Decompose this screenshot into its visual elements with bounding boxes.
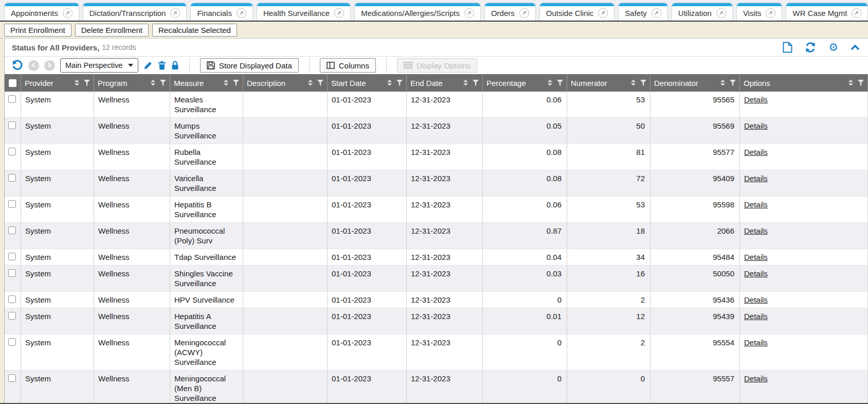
columns-button[interactable]: Columns bbox=[320, 58, 376, 73]
filter-funnel-icon[interactable] bbox=[730, 80, 736, 86]
nav-forward-icon[interactable] bbox=[44, 60, 55, 71]
recalculate-selected-button[interactable]: Recalculate Selected bbox=[152, 24, 237, 37]
details-link[interactable]: Details bbox=[744, 253, 768, 261]
row-checkbox[interactable] bbox=[8, 200, 16, 208]
cell-description bbox=[243, 308, 328, 334]
row-checkbox[interactable] bbox=[8, 226, 16, 234]
delete-enrollment-button[interactable]: Delete Enrollment bbox=[75, 24, 149, 37]
row-checkbox[interactable] bbox=[8, 295, 16, 303]
details-link[interactable]: Details bbox=[744, 95, 768, 104]
header-options[interactable]: Options bbox=[740, 74, 868, 92]
header-measure[interactable]: Measure bbox=[170, 74, 243, 92]
row-checkbox[interactable] bbox=[8, 253, 16, 260]
module-tab[interactable]: Dictation/Transcription bbox=[83, 3, 187, 21]
cell-program: Wellness bbox=[94, 371, 170, 403]
nav-back-icon[interactable] bbox=[28, 60, 39, 71]
print-enrollment-button[interactable]: Print Enrollment bbox=[4, 24, 71, 37]
row-checkbox[interactable] bbox=[8, 374, 16, 382]
perspective-select[interactable]: Main Perspective bbox=[60, 58, 138, 73]
row-checkbox[interactable] bbox=[8, 312, 16, 320]
header-denominator[interactable]: Denominator bbox=[650, 74, 740, 92]
open-in-new-window-icon[interactable] bbox=[519, 8, 529, 18]
sort-icon[interactable] bbox=[308, 80, 313, 86]
open-in-new-window-icon[interactable] bbox=[237, 8, 246, 18]
sort-icon[interactable] bbox=[224, 80, 228, 86]
sort-icon[interactable] bbox=[75, 80, 79, 86]
details-link[interactable]: Details bbox=[744, 338, 768, 347]
new-document-icon[interactable] bbox=[783, 42, 792, 53]
open-in-new-window-icon[interactable] bbox=[334, 8, 344, 18]
module-tab[interactable]: Medications/Allergies/Scripts bbox=[354, 3, 481, 21]
store-displayed-data-button[interactable]: Store Displayed Data bbox=[200, 58, 299, 73]
details-link[interactable]: Details bbox=[744, 121, 768, 130]
sort-icon[interactable] bbox=[151, 80, 155, 86]
module-tab[interactable]: Appointments bbox=[4, 3, 79, 21]
open-in-new-window-icon[interactable] bbox=[652, 8, 661, 18]
header-description[interactable]: Description bbox=[243, 74, 328, 92]
module-tab[interactable]: WR Case Mgmt bbox=[786, 3, 868, 21]
trash-icon[interactable] bbox=[158, 61, 166, 70]
sort-icon[interactable] bbox=[848, 80, 853, 86]
module-tab[interactable]: Health Surveillance bbox=[257, 3, 351, 21]
open-in-new-window-icon[interactable] bbox=[170, 8, 180, 18]
module-tab[interactable]: Safety bbox=[618, 3, 668, 21]
filter-funnel-icon[interactable] bbox=[317, 80, 323, 86]
details-link[interactable]: Details bbox=[744, 226, 768, 235]
cell-end-date: 12-31-2023 bbox=[407, 266, 483, 291]
cell-measure: Pneumococcal (Poly) Surv bbox=[170, 223, 243, 249]
module-tab[interactable]: Financials bbox=[190, 3, 253, 21]
module-tab[interactable]: Orders bbox=[484, 3, 536, 21]
display-options-button[interactable]: Display Options bbox=[397, 58, 477, 73]
undo-icon[interactable] bbox=[12, 60, 23, 71]
filter-funnel-icon[interactable] bbox=[557, 80, 563, 86]
row-checkbox[interactable] bbox=[8, 148, 16, 155]
open-in-new-window-icon[interactable] bbox=[766, 8, 775, 18]
details-link[interactable]: Details bbox=[744, 269, 768, 278]
header-program[interactable]: Program bbox=[94, 74, 170, 92]
pencil-icon[interactable] bbox=[143, 61, 153, 70]
header-numerator[interactable]: Numerator bbox=[567, 74, 650, 92]
lock-icon[interactable] bbox=[171, 61, 179, 70]
select-all-checkbox[interactable] bbox=[9, 79, 16, 87]
sort-icon[interactable] bbox=[631, 80, 636, 86]
details-link[interactable]: Details bbox=[744, 374, 768, 383]
module-tab[interactable]: Visits bbox=[736, 3, 783, 21]
details-link[interactable]: Details bbox=[744, 174, 768, 183]
details-link[interactable]: Details bbox=[744, 148, 768, 156]
filter-funnel-icon[interactable] bbox=[473, 80, 479, 86]
sort-icon[interactable] bbox=[720, 80, 725, 86]
cell-provider: System bbox=[21, 92, 94, 117]
open-in-new-window-icon[interactable] bbox=[464, 8, 474, 18]
filter-funnel-icon[interactable] bbox=[84, 80, 90, 86]
row-checkbox[interactable] bbox=[8, 269, 16, 277]
row-checkbox[interactable] bbox=[8, 95, 16, 103]
details-link[interactable]: Details bbox=[744, 312, 768, 321]
filter-funnel-icon[interactable] bbox=[858, 80, 864, 86]
sort-icon[interactable] bbox=[548, 80, 552, 86]
filter-funnel-icon[interactable] bbox=[640, 80, 646, 86]
open-in-new-window-icon[interactable] bbox=[598, 8, 608, 18]
open-in-new-window-icon[interactable] bbox=[63, 8, 73, 18]
sort-icon[interactable] bbox=[387, 80, 392, 86]
details-link[interactable]: Details bbox=[744, 295, 768, 304]
row-checkbox[interactable] bbox=[8, 121, 16, 129]
column-header-label: Measure bbox=[174, 79, 204, 87]
sort-icon[interactable] bbox=[463, 80, 468, 86]
header-provider[interactable]: Provider bbox=[21, 74, 94, 92]
filter-funnel-icon[interactable] bbox=[396, 80, 403, 86]
module-tab[interactable]: Outside Clinic bbox=[539, 3, 615, 21]
collapse-up-icon[interactable] bbox=[851, 44, 860, 50]
header-start-date[interactable]: Start Date bbox=[328, 74, 407, 92]
header-end-date[interactable]: End Date bbox=[407, 74, 483, 92]
module-tab[interactable]: Utilization bbox=[672, 3, 733, 21]
header-percentage[interactable]: Percentage bbox=[483, 74, 567, 92]
open-in-new-window-icon[interactable] bbox=[852, 8, 861, 18]
refresh-icon[interactable] bbox=[805, 42, 816, 53]
details-link[interactable]: Details bbox=[744, 200, 768, 209]
open-in-new-window-icon[interactable] bbox=[716, 8, 726, 18]
row-checkbox[interactable] bbox=[8, 338, 16, 346]
gear-icon[interactable]: ⚙ bbox=[828, 42, 838, 52]
row-checkbox[interactable] bbox=[8, 174, 16, 182]
filter-funnel-icon[interactable] bbox=[233, 80, 239, 86]
filter-funnel-icon[interactable] bbox=[160, 80, 166, 86]
